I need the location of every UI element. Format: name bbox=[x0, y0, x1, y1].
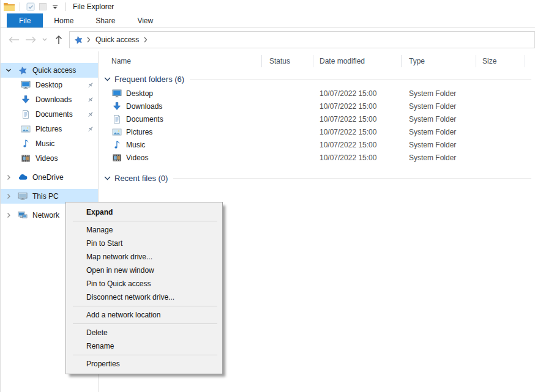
menu-item-manage[interactable]: Manage bbox=[66, 223, 222, 237]
sidebar-item-videos[interactable]: Videos bbox=[1, 151, 98, 166]
column-header-name[interactable]: Name bbox=[99, 51, 262, 71]
videos-icon bbox=[21, 153, 31, 163]
music-icon bbox=[112, 140, 122, 150]
desktop-icon bbox=[112, 89, 122, 98]
qat-customize-button[interactable] bbox=[49, 1, 61, 12]
file-cell-date: 10/07/2022 15:00 bbox=[313, 141, 402, 149]
music-icon bbox=[21, 139, 31, 149]
sidebar-item-label: This PC bbox=[32, 192, 59, 201]
section-header-recent-files[interactable]: Recent files (0) bbox=[99, 170, 535, 186]
file-row-desktop[interactable]: Desktop10/07/2022 15:00System Folder bbox=[99, 87, 535, 100]
menu-item-rename[interactable]: Rename bbox=[66, 339, 222, 353]
videos-icon bbox=[112, 153, 122, 163]
ribbon-tab-share[interactable]: Share bbox=[84, 13, 126, 28]
file-explorer-window: { "window": { "title": "File Explorer" }… bbox=[0, 0, 535, 392]
downloads-icon bbox=[112, 102, 122, 111]
file-explorer-icon bbox=[3, 2, 15, 12]
menu-separator bbox=[73, 221, 217, 221]
file-cell-type: System Folder bbox=[402, 141, 476, 149]
chevron-right-icon bbox=[6, 193, 18, 200]
file-cell-name: Documents bbox=[126, 115, 262, 124]
menu-item-open-in-new-window[interactable]: Open in new window bbox=[66, 264, 222, 277]
forward-arrow-icon bbox=[25, 36, 37, 43]
downloads-icon bbox=[21, 95, 31, 105]
context-menu: ExpandManagePin to StartMap network driv… bbox=[65, 202, 223, 374]
file-cell-date: 10/07/2022 15:00 bbox=[313, 115, 402, 124]
menu-item-map-network-drive[interactable]: Map network drive... bbox=[66, 250, 222, 264]
sidebar-item-label: Quick access bbox=[32, 66, 76, 75]
sidebar-item-label: Videos bbox=[36, 154, 58, 163]
menu-item-pin-to-quick-access[interactable]: Pin to Quick access bbox=[66, 277, 222, 290]
sidebar-item-music[interactable]: Music bbox=[1, 136, 98, 151]
breadcrumb-chevron-icon[interactable] bbox=[144, 37, 148, 43]
sidebar-item-label: Downloads bbox=[36, 95, 72, 104]
back-arrow-icon bbox=[8, 36, 20, 43]
file-cell-type: System Folder bbox=[402, 102, 476, 111]
sidebar-item-label: Documents bbox=[36, 110, 73, 119]
file-row-downloads[interactable]: Downloads10/07/2022 15:00System Folder bbox=[99, 100, 535, 113]
menu-item-properties[interactable]: Properties bbox=[66, 357, 222, 371]
file-row-pictures[interactable]: Pictures10/07/2022 15:00System Folder bbox=[99, 125, 535, 138]
address-bar[interactable]: Quick access bbox=[69, 31, 535, 48]
file-row-videos[interactable]: Videos10/07/2022 15:00System Folder bbox=[99, 151, 535, 164]
pictures-icon bbox=[21, 124, 31, 134]
file-list: Desktop10/07/2022 15:00System FolderDown… bbox=[99, 87, 535, 164]
documents-icon bbox=[21, 109, 31, 119]
menu-item-delete[interactable]: Delete bbox=[66, 326, 222, 339]
pin-icon bbox=[86, 125, 94, 133]
navigation-buttons bbox=[1, 32, 69, 47]
column-header-status[interactable]: Status bbox=[262, 51, 313, 71]
chevron-right-icon bbox=[6, 212, 18, 219]
qat-new-folder-button[interactable] bbox=[37, 1, 49, 12]
sidebar-item-documents[interactable]: Documents bbox=[1, 107, 98, 122]
column-header-type[interactable]: Type bbox=[402, 51, 476, 71]
sidebar-item-onedrive[interactable]: OneDrive bbox=[1, 170, 98, 185]
network-icon bbox=[18, 210, 28, 220]
file-cell-date: 10/07/2022 15:00 bbox=[313, 153, 402, 162]
customize-toolbar-icon bbox=[52, 4, 58, 10]
column-header-size[interactable]: Size bbox=[476, 51, 525, 71]
column-header-date-modified[interactable]: Date modified bbox=[313, 51, 402, 71]
sidebar-item-downloads[interactable]: Downloads bbox=[1, 92, 98, 107]
pin-icon bbox=[86, 96, 94, 104]
new-folder-icon bbox=[38, 2, 48, 12]
menu-item-add-a-network-location[interactable]: Add a network location bbox=[66, 308, 222, 322]
back-button[interactable] bbox=[6, 32, 21, 47]
menu-item-expand[interactable]: Expand bbox=[66, 205, 222, 219]
sidebar-item-desktop[interactable]: Desktop bbox=[1, 78, 98, 92]
chevron-down-icon bbox=[103, 175, 111, 181]
ribbon-tab-file[interactable]: File bbox=[7, 13, 43, 28]
documents-icon bbox=[112, 114, 122, 124]
desktop-icon bbox=[21, 80, 31, 90]
file-row-documents[interactable]: Documents10/07/2022 15:00System Folder bbox=[99, 113, 535, 125]
sidebar-item-pictures[interactable]: Pictures bbox=[1, 122, 98, 136]
onedrive-icon bbox=[18, 172, 28, 182]
quick-access-icon bbox=[18, 65, 28, 75]
qat-properties-button[interactable] bbox=[24, 1, 37, 12]
ribbon-tab-view[interactable]: View bbox=[126, 13, 164, 28]
file-cell-name: Pictures bbox=[126, 128, 262, 136]
forward-button[interactable] bbox=[23, 32, 39, 47]
menu-separator bbox=[73, 306, 217, 306]
recent-locations-button[interactable] bbox=[40, 32, 50, 47]
file-row-music[interactable]: Music10/07/2022 15:00System Folder bbox=[99, 138, 535, 151]
file-cell-type: System Folder bbox=[402, 89, 476, 98]
pin-icon bbox=[86, 81, 94, 89]
sidebar-item-label: Pictures bbox=[36, 125, 62, 133]
sidebar-item-label: OneDrive bbox=[32, 173, 64, 182]
section-header-frequent-folders[interactable]: Frequent folders (6) bbox=[99, 71, 535, 87]
section-title: Frequent folders (6) bbox=[114, 75, 184, 84]
chevron-down-icon bbox=[103, 76, 111, 82]
file-cell-name: Desktop bbox=[126, 89, 262, 98]
up-button[interactable] bbox=[51, 32, 67, 47]
file-cell-date: 10/07/2022 15:00 bbox=[313, 89, 402, 98]
address-bar-row: Quick access bbox=[1, 28, 535, 51]
breadcrumb-chevron-icon bbox=[87, 37, 91, 43]
ribbon-tab-home[interactable]: Home bbox=[43, 13, 84, 28]
sidebar-item-quick-access[interactable]: Quick access bbox=[1, 63, 98, 78]
pin-icon bbox=[86, 111, 94, 119]
quick-access-icon bbox=[73, 35, 83, 45]
menu-item-pin-to-start[interactable]: Pin to Start bbox=[66, 237, 222, 250]
menu-item-disconnect-network-drive[interactable]: Disconnect network drive... bbox=[66, 290, 222, 304]
breadcrumb-location[interactable]: Quick access bbox=[94, 35, 140, 44]
